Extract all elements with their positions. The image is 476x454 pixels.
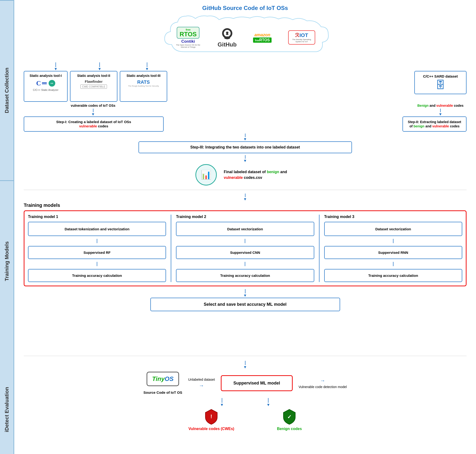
github-octocat-icon — [220, 27, 234, 41]
arrow-to-ml-model: ▼ — [24, 361, 467, 369]
step1-step2-row: Step-I: Creating a labeled dataset of Io… — [24, 116, 467, 132]
final-dataset-label: Final labeled dataset of benign and vuln… — [224, 169, 295, 181]
model-2-column: Training model 2 Dataset vectorization S… — [176, 215, 314, 282]
vuln-detect-section: → Vulnerable code detection model — [299, 378, 347, 389]
side-label-dataset: Dataset Collection — [0, 0, 14, 180]
idetect-flow-row: TinyOS Source Code of IoT OS Unlabeled d… — [24, 372, 467, 394]
sard-box: C/C++ SARD dataset 🗄 — [414, 71, 467, 94]
vulnerable-output-label: Vulnerable codes (CWEs) — [188, 427, 234, 431]
best-accuracy-row: Select and save best accuracy ML model — [24, 298, 467, 311]
model2-step2-box: Suppervised CNN — [176, 246, 314, 259]
model-divider-2-3 — [319, 215, 319, 282]
output-arrows-row: ▼ ▼ — [24, 398, 467, 407]
tinyos-section: TinyOS Source Code of IoT OS — [144, 372, 182, 394]
content-area: GitHub Source Code of IoT OSs free RTOS — [14, 0, 476, 454]
source-code-label: Source Code of IoT OS — [144, 390, 182, 394]
unlabeled-label: Unlabeled dataset — [188, 378, 215, 381]
model-1-column: Training model 1 Dataset tokenization an… — [28, 215, 166, 282]
arrows-to-steps-row: ▼ ▼ — [24, 109, 467, 116]
step3-row: Step-III: Integrating the two datasets i… — [24, 141, 467, 153]
arrow-to-best-accuracy: ▼ — [24, 289, 467, 298]
benign-output: ✓ Benign codes — [277, 408, 302, 431]
svg-rect-6 — [224, 37, 226, 39]
model2-step3-box: Training accuracy calculation — [176, 269, 314, 282]
shield-green-icon: ✓ — [282, 408, 296, 425]
database-icon: 🗄 — [419, 79, 462, 91]
best-accuracy-box: Select and save best accuracy ML model — [150, 298, 340, 311]
svg-rect-7 — [229, 37, 230, 39]
svg-text:✓: ✓ — [287, 414, 292, 420]
tools-sard-row: Static analysis tool-I C ++ C/C++ Static… — [24, 71, 467, 102]
arrow-to-final: ▼ — [24, 155, 467, 163]
cloud-shape-wrapper: free RTOS Contiki The Open Source OS for… — [160, 14, 331, 61]
arrow-to-step3: ▼ — [24, 134, 467, 141]
arrow-from-final-to-training: ▼ — [24, 194, 467, 201]
svg-point-4 — [228, 32, 230, 35]
dataset-collection-section: GitHub Source Code of IoT OSs free RTOS — [24, 5, 467, 185]
arrow-tool1: ▼ — [36, 62, 76, 71]
cloud-container: free RTOS Contiki The Open Source OS for… — [24, 14, 467, 61]
arrow-right-icon: → — [199, 383, 204, 389]
side-label-training: Training Models — [0, 180, 14, 341]
training-models-header: Training models — [24, 203, 467, 208]
vulnerable-output: ! Vulnerable codes (CWEs) — [188, 408, 234, 431]
riot-logo: ℛIOT The friendly Operating System for I… — [288, 30, 315, 45]
arrow-right-icon-2: → — [320, 378, 325, 384]
model1-step1-box: Dataset tokenization and vectorization — [28, 222, 166, 236]
benign-output-label: Benign codes — [277, 427, 302, 431]
model3-step3-box: Training accuracy calculation — [324, 269, 462, 282]
main-layout: Dataset Collection Training Models iDete… — [0, 0, 476, 454]
idetect-section: ▼ TinyOS Source Code of IoT OS Unlabeled… — [24, 356, 467, 454]
amazon-freertos-logo: amazon freeRTOS — [253, 32, 272, 43]
tinyos-logo: TinyOS — [147, 372, 179, 386]
cloud-logos-row: free RTOS Contiki The Open Source OS for… — [167, 17, 324, 58]
arrow-tool2: ▼ — [76, 62, 123, 71]
side-label-idetect: iDetect Evaluation — [0, 341, 14, 454]
static-tool-1-box: Static analysis tool-I C ++ C/C++ Static… — [24, 71, 68, 102]
models-outer-box: Training model 1 Dataset tokenization an… — [24, 210, 467, 286]
step1-box: Step-I: Creating a labeled dataset of Io… — [24, 116, 164, 132]
table-icon-circle: 📊 — [196, 164, 217, 185]
github-logo: GitHub — [218, 27, 237, 48]
vuln-benign-labels-row: vulnerable codes of IoT OSs Benign and v… — [24, 104, 467, 107]
model2-step1-box: Dataset vectorization — [176, 222, 314, 236]
static-tool-2-box: Static analysis tool-II Flawfinder CWE C… — [70, 71, 117, 102]
ml-model-box: Suppervised ML model — [221, 375, 293, 391]
model1-step2-box: Suppervised RF — [28, 246, 166, 259]
model1-step3-box: Training accuracy calculation — [28, 269, 166, 282]
step3-box: Step-III: Integrating the two datasets i… — [138, 141, 352, 153]
model-3-column: Training model 3 Dataset vectorization S… — [324, 215, 462, 282]
model3-step2-box: Suppervised RNN — [324, 246, 462, 259]
svg-point-3 — [224, 32, 226, 35]
static-tool-3-box: Static analysis tool-III RATS The Rough … — [120, 71, 167, 102]
cpp-logo-area: C ++ — [36, 79, 55, 87]
shield-red-icon: ! — [204, 408, 219, 425]
github-title: GitHub Source Code of IoT OSs — [24, 5, 467, 11]
arrow-tool3: ▼ — [123, 62, 171, 71]
model3-step1-box: Dataset vectorization — [324, 222, 462, 236]
training-models-section: ▼ Training models Training model 1 Datas… — [24, 190, 467, 351]
step2-box: Step-II: Extracting labeled dataset of b… — [402, 116, 467, 132]
model-divider-1-2 — [171, 215, 171, 282]
unlabeled-dataset-section: Unlabeled dataset → — [188, 378, 215, 389]
output-shields-row: ! Vulnerable codes (CWEs) ✓ Benign codes — [24, 408, 467, 431]
cloud-arrows-row: ▼ ▼ ▼ — [36, 62, 467, 71]
svg-text:!: ! — [210, 413, 212, 419]
side-labels-bar: Dataset Collection Training Models iDete… — [0, 0, 14, 454]
vuln-detect-label: Vulnerable code detection model — [299, 385, 347, 389]
benign-vuln-label: Benign and vulnerable codes — [414, 104, 467, 107]
freertos-contiki-logo: free RTOS Contiki The Open Source OS for… — [175, 27, 201, 48]
final-dataset-row: 📊 Final labeled dataset of benign and vu… — [24, 164, 467, 185]
